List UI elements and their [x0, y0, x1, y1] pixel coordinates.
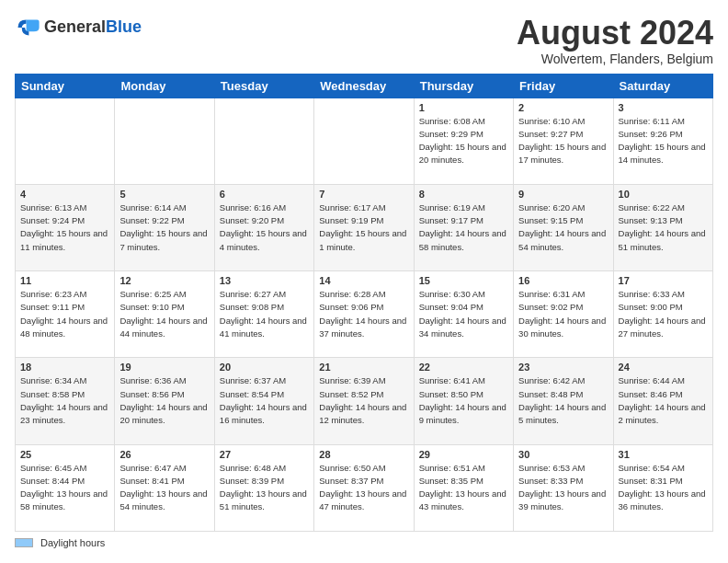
calendar-cell: 24Sunrise: 6:44 AM Sunset: 8:46 PM Dayli…	[613, 358, 712, 444]
day-info: Sunrise: 6:31 AM Sunset: 9:02 PM Dayligh…	[518, 288, 608, 340]
calendar-cell: 22Sunrise: 6:41 AM Sunset: 8:50 PM Dayli…	[414, 358, 513, 444]
day-info: Sunrise: 6:16 AM Sunset: 9:20 PM Dayligh…	[220, 201, 309, 254]
legend-label: Daylight hours	[40, 537, 105, 548]
day-number: 27	[220, 449, 309, 460]
day-info: Sunrise: 6:33 AM Sunset: 9:00 PM Dayligh…	[619, 288, 708, 340]
day-info: Sunrise: 6:28 AM Sunset: 9:06 PM Dayligh…	[319, 288, 408, 340]
logo: GeneralBlue	[15, 15, 142, 40]
calendar-cell: 8Sunrise: 6:19 AM Sunset: 9:17 PM Daylig…	[414, 184, 513, 270]
day-info: Sunrise: 6:45 AM Sunset: 8:44 PM Dayligh…	[20, 462, 109, 514]
calendar-table: SundayMondayTuesdayWednesdayThursdayFrid…	[15, 74, 713, 532]
day-info: Sunrise: 6:48 AM Sunset: 8:39 PM Dayligh…	[220, 462, 309, 514]
day-number: 6	[220, 189, 309, 200]
calendar-cell: 30Sunrise: 6:53 AM Sunset: 8:33 PM Dayli…	[514, 444, 613, 531]
day-number: 17	[619, 275, 708, 286]
days-of-week-row: SundayMondayTuesdayWednesdayThursdayFrid…	[16, 74, 713, 98]
logo-icon	[15, 15, 40, 40]
legend-box	[15, 538, 33, 547]
day-number: 24	[619, 362, 708, 373]
day-info: Sunrise: 6:44 AM Sunset: 8:46 PM Dayligh…	[619, 374, 708, 427]
day-info: Sunrise: 6:51 AM Sunset: 8:35 PM Dayligh…	[419, 462, 508, 514]
day-number: 23	[518, 362, 608, 373]
calendar-cell: 1Sunrise: 6:08 AM Sunset: 9:29 PM Daylig…	[414, 98, 513, 184]
day-of-week-header: Tuesday	[214, 74, 313, 98]
day-number: 18	[20, 362, 109, 373]
calendar-cell: 7Sunrise: 6:17 AM Sunset: 9:19 PM Daylig…	[314, 184, 414, 270]
day-info: Sunrise: 6:39 AM Sunset: 8:52 PM Dayligh…	[319, 374, 408, 427]
calendar-week-row: 25Sunrise: 6:45 AM Sunset: 8:44 PM Dayli…	[16, 444, 713, 531]
day-info: Sunrise: 6:34 AM Sunset: 8:58 PM Dayligh…	[20, 374, 109, 427]
calendar-cell: 2Sunrise: 6:10 AM Sunset: 9:27 PM Daylig…	[514, 98, 613, 184]
calendar-week-row: 1Sunrise: 6:08 AM Sunset: 9:29 PM Daylig…	[16, 98, 713, 184]
day-number: 9	[518, 189, 608, 200]
day-info: Sunrise: 6:41 AM Sunset: 8:50 PM Dayligh…	[419, 374, 508, 427]
day-of-week-header: Monday	[115, 74, 214, 98]
day-number: 8	[419, 189, 508, 200]
calendar-cell: 4Sunrise: 6:13 AM Sunset: 9:24 PM Daylig…	[16, 184, 115, 270]
day-number: 14	[319, 275, 408, 286]
calendar-cell	[16, 98, 115, 184]
calendar-cell: 20Sunrise: 6:37 AM Sunset: 8:54 PM Dayli…	[214, 358, 313, 444]
day-of-week-header: Saturday	[613, 74, 712, 98]
day-number: 20	[220, 362, 309, 373]
calendar-cell	[115, 98, 214, 184]
calendar-cell: 23Sunrise: 6:42 AM Sunset: 8:48 PM Dayli…	[514, 358, 613, 444]
day-info: Sunrise: 6:22 AM Sunset: 9:13 PM Dayligh…	[619, 201, 708, 254]
calendar-cell: 17Sunrise: 6:33 AM Sunset: 9:00 PM Dayli…	[613, 271, 712, 358]
calendar-cell: 15Sunrise: 6:30 AM Sunset: 9:04 PM Dayli…	[414, 271, 513, 358]
day-number: 26	[119, 449, 209, 460]
day-number: 11	[20, 275, 109, 286]
calendar-cell: 11Sunrise: 6:23 AM Sunset: 9:11 PM Dayli…	[16, 271, 115, 358]
calendar-body: 1Sunrise: 6:08 AM Sunset: 9:29 PM Daylig…	[16, 98, 713, 531]
calendar-header: SundayMondayTuesdayWednesdayThursdayFrid…	[16, 74, 713, 98]
day-info: Sunrise: 6:19 AM Sunset: 9:17 PM Dayligh…	[419, 201, 508, 254]
day-info: Sunrise: 6:25 AM Sunset: 9:10 PM Dayligh…	[119, 288, 209, 340]
day-number: 19	[119, 362, 209, 373]
day-number: 31	[619, 449, 708, 460]
day-info: Sunrise: 6:50 AM Sunset: 8:37 PM Dayligh…	[319, 462, 408, 514]
day-info: Sunrise: 6:13 AM Sunset: 9:24 PM Dayligh…	[20, 201, 109, 254]
day-number: 2	[518, 102, 608, 113]
logo-general: General	[44, 17, 106, 36]
title-block: August 2024 Wolvertem, Flanders, Belgium	[517, 15, 713, 66]
logo-text: GeneralBlue	[44, 18, 142, 37]
calendar-cell: 18Sunrise: 6:34 AM Sunset: 8:58 PM Dayli…	[16, 358, 115, 444]
calendar-cell: 26Sunrise: 6:47 AM Sunset: 8:41 PM Dayli…	[115, 444, 214, 531]
calendar-cell: 6Sunrise: 6:16 AM Sunset: 9:20 PM Daylig…	[214, 184, 313, 270]
calendar-cell: 13Sunrise: 6:27 AM Sunset: 9:08 PM Dayli…	[214, 271, 313, 358]
calendar-cell: 16Sunrise: 6:31 AM Sunset: 9:02 PM Dayli…	[514, 271, 613, 358]
day-info: Sunrise: 6:30 AM Sunset: 9:04 PM Dayligh…	[419, 288, 508, 340]
day-number: 13	[220, 275, 309, 286]
day-info: Sunrise: 6:08 AM Sunset: 9:29 PM Dayligh…	[419, 115, 508, 167]
calendar-cell: 25Sunrise: 6:45 AM Sunset: 8:44 PM Dayli…	[16, 444, 115, 531]
day-number: 16	[518, 275, 608, 286]
calendar-week-row: 18Sunrise: 6:34 AM Sunset: 8:58 PM Dayli…	[16, 358, 713, 444]
calendar-cell: 21Sunrise: 6:39 AM Sunset: 8:52 PM Dayli…	[314, 358, 414, 444]
month-title: August 2024	[517, 15, 713, 52]
day-info: Sunrise: 6:14 AM Sunset: 9:22 PM Dayligh…	[119, 201, 209, 254]
calendar-cell: 3Sunrise: 6:11 AM Sunset: 9:26 PM Daylig…	[613, 98, 712, 184]
calendar-cell: 27Sunrise: 6:48 AM Sunset: 8:39 PM Dayli…	[214, 444, 313, 531]
day-of-week-header: Wednesday	[314, 74, 414, 98]
calendar-week-row: 4Sunrise: 6:13 AM Sunset: 9:24 PM Daylig…	[16, 184, 713, 270]
day-info: Sunrise: 6:54 AM Sunset: 8:31 PM Dayligh…	[619, 462, 708, 514]
day-info: Sunrise: 6:36 AM Sunset: 8:56 PM Dayligh…	[119, 374, 209, 427]
calendar-cell: 19Sunrise: 6:36 AM Sunset: 8:56 PM Dayli…	[115, 358, 214, 444]
calendar-week-row: 11Sunrise: 6:23 AM Sunset: 9:11 PM Dayli…	[16, 271, 713, 358]
logo-blue: Blue	[106, 17, 142, 36]
day-of-week-header: Thursday	[414, 74, 513, 98]
day-info: Sunrise: 6:23 AM Sunset: 9:11 PM Dayligh…	[20, 288, 109, 340]
day-of-week-header: Friday	[514, 74, 613, 98]
day-number: 21	[319, 362, 408, 373]
calendar-cell: 14Sunrise: 6:28 AM Sunset: 9:06 PM Dayli…	[314, 271, 414, 358]
day-number: 4	[20, 189, 109, 200]
calendar-cell	[214, 98, 313, 184]
day-info: Sunrise: 6:10 AM Sunset: 9:27 PM Dayligh…	[518, 115, 608, 167]
day-number: 10	[619, 189, 708, 200]
calendar-cell	[314, 98, 414, 184]
calendar-cell: 5Sunrise: 6:14 AM Sunset: 9:22 PM Daylig…	[115, 184, 214, 270]
footer: Daylight hours	[15, 537, 713, 548]
day-info: Sunrise: 6:37 AM Sunset: 8:54 PM Dayligh…	[220, 374, 309, 427]
day-number: 3	[619, 102, 708, 113]
day-number: 29	[419, 449, 508, 460]
